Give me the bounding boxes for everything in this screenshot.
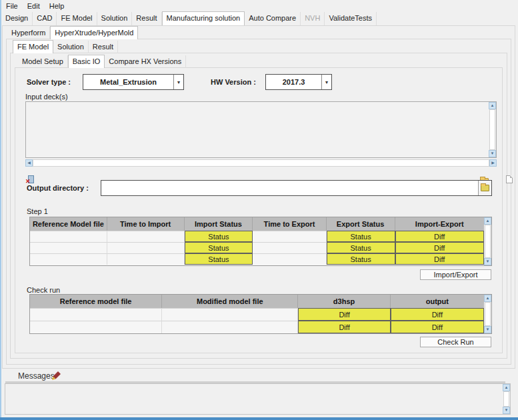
io-tab-bar: Model Setup Basic IO Compare HX Versions [18,55,186,68]
import-export-diff-cell[interactable]: Diff [395,253,484,265]
column-header: Reference Model file [30,217,107,231]
tab-nvh: NVH [301,12,325,25]
tab-validatetests[interactable]: ValidateTests [325,12,377,25]
column-header: Modified model file [162,295,298,308]
check-run-table-scrollbar[interactable] [484,295,491,333]
scroll-down-icon[interactable] [484,258,491,265]
tab-fe-model-sub[interactable]: FE Model [13,40,53,53]
tab-fe-model[interactable]: FE Model [57,12,97,25]
scroll-down-icon[interactable] [503,407,510,414]
scroll-up-icon[interactable] [503,384,510,391]
chevron-down-icon[interactable] [321,75,331,89]
hw-version-value: 2017.3 [266,78,321,86]
main-tab-bar: Design CAD FE Model Solution Result Manu… [1,12,377,25]
check-run-header-row: Reference model file Modified model file… [30,295,484,308]
d3hsp-diff-cell[interactable]: Diff [298,321,390,333]
solver-type-combo[interactable]: Metal_Extrusion [83,74,184,90]
scrollbar-track[interactable] [503,391,509,407]
tab-model-setup[interactable]: Model Setup [18,55,68,68]
scrollbar-track[interactable] [485,302,491,326]
step1-header-row: Reference Model file Time to Import Impo… [30,217,484,231]
time-to-import-cell [107,231,185,242]
import-status-cell[interactable]: Status [185,231,253,242]
import-status-cell[interactable]: Status [185,253,253,265]
messages-label: Messages [18,371,55,381]
messages-scrollbar[interactable] [503,384,510,414]
import-export-diff-cell[interactable]: Diff [395,242,484,253]
menu-help[interactable]: Help [45,0,69,12]
solver-type-value: Metal_Extrusion [83,78,173,86]
table-row: Diff Diff [30,321,484,333]
open-folder-icon [481,185,489,191]
menu-bar: File Edit Help [1,0,517,12]
hw-version-combo[interactable]: 2017.3 [265,74,332,90]
scroll-up-icon[interactable] [489,102,496,109]
table-row: Status Status Diff [30,231,484,242]
export-status-cell[interactable]: Status [327,253,395,265]
scrollbar-track[interactable] [33,159,489,167]
tab-auto-compare[interactable]: Auto Compare [245,12,301,25]
column-header: Import Status [185,217,253,231]
add-file-icon[interactable] [506,175,513,183]
d3hsp-diff-cell[interactable]: Diff [298,308,390,321]
tab-result[interactable]: Result [132,12,161,25]
tab-basic-io[interactable]: Basic IO [68,55,105,68]
import-export-button[interactable]: Import/Export [420,269,491,280]
time-to-export-cell [253,231,326,242]
hw-version-label: HW Version : [211,74,256,90]
tab-result-sub[interactable]: Result [89,41,118,53]
output-diff-cell[interactable]: Diff [391,321,484,333]
step1-table-scrollbar[interactable] [484,217,491,265]
modified-model-file-cell [162,321,298,333]
table-row: Status Status Diff [30,253,484,265]
check-run-table: Reference model file Modified model file… [29,294,492,334]
check-run-label: Check run [27,285,60,295]
output-directory-label: Output directory : [27,180,89,196]
edit-pencil-icon[interactable] [52,371,61,380]
column-header: Reference model file [30,295,162,308]
browse-folder-button[interactable] [478,181,491,195]
tab-hyperform[interactable]: Hyperform [7,27,50,39]
reference-model-file-cell [30,321,162,333]
tab-design[interactable]: Design [1,12,33,25]
column-header: Time to Import [107,217,185,231]
tab-manufacturing-solution[interactable]: Manufacturing solution [162,11,245,25]
table-row: Status Status Diff [30,242,484,253]
scroll-up-icon[interactable] [484,217,491,225]
tab-solution-sub[interactable]: Solution [53,41,89,53]
scroll-left-icon[interactable] [25,159,33,167]
tab-cad[interactable]: CAD [33,12,57,25]
column-header: d3hsp [298,295,390,308]
menu-edit[interactable]: Edit [23,0,45,12]
reference-model-file-cell [30,308,162,321]
tab-hyperxtrude-hypermold[interactable]: HyperXtrude/HyperMold [50,26,138,39]
step1-label: Step 1 [27,207,48,216]
step1-table: Reference Model file Time to Import Impo… [29,217,492,266]
hyper-tab-bar: Hyperform HyperXtrude/HyperMold [7,27,138,39]
input-decks-list[interactable] [25,101,497,158]
scrollbar-track[interactable] [485,225,491,258]
import-status-cell[interactable]: Status [185,242,253,253]
output-diff-cell[interactable]: Diff [391,308,484,321]
messages-box[interactable] [5,383,511,415]
tab-compare-hx-versions[interactable]: Compare HX Versions [105,55,186,68]
export-status-cell[interactable]: Status [327,231,395,242]
scroll-down-icon[interactable] [489,150,496,157]
modified-model-file-cell [162,308,298,321]
chevron-down-icon[interactable] [173,75,183,89]
column-header: Export Status [327,217,395,231]
menu-file[interactable]: File [1,0,23,12]
scrollbar-track[interactable] [489,109,495,150]
input-decks-vertical-scrollbar[interactable] [489,102,496,157]
check-run-button[interactable]: Check Run [420,337,491,347]
output-directory-input[interactable] [101,181,478,195]
tab-solution[interactable]: Solution [97,12,133,25]
time-to-export-cell [253,242,326,253]
scroll-right-icon[interactable] [489,159,497,167]
export-status-cell[interactable]: Status [327,242,395,253]
input-decks-label: Input deck(s) [25,92,68,101]
scroll-up-icon[interactable] [484,295,491,302]
input-decks-horizontal-scrollbar[interactable] [25,159,497,167]
scroll-down-icon[interactable] [484,326,491,333]
import-export-diff-cell[interactable]: Diff [395,231,484,242]
